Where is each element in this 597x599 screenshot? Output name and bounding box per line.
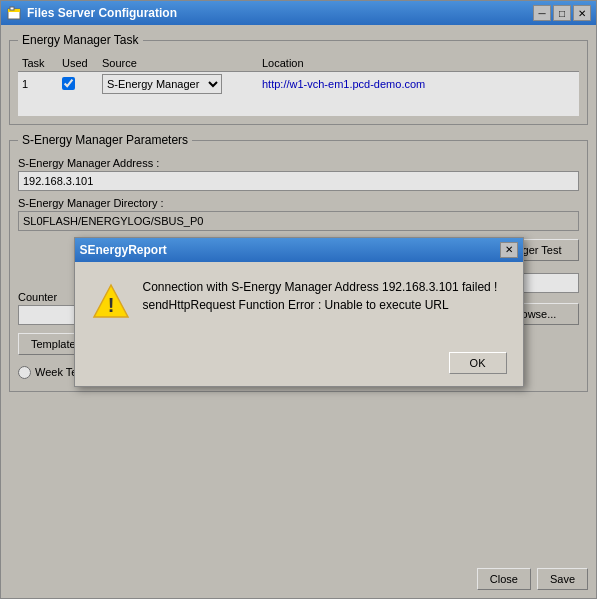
maximize-button[interactable]: □ xyxy=(553,5,571,21)
warning-icon: ! xyxy=(91,282,131,322)
svg-text:!: ! xyxy=(107,294,114,316)
dialog-message: Connection with S-Energy Manager Address… xyxy=(143,278,507,314)
dialog-ok-button[interactable]: OK xyxy=(449,352,507,374)
dialog-title: SEnergyReport xyxy=(80,243,500,257)
dialog-titlebar: SEnergyReport ✕ xyxy=(75,238,523,262)
window-body: Energy Manager Task Task Used Source Loc… xyxy=(1,25,596,598)
main-window: Files Server Configuration ─ □ ✕ Energy … xyxy=(0,0,597,599)
dialog-message-line2: sendHttpRequest Function Error : Unable … xyxy=(143,296,507,314)
window-title: Files Server Configuration xyxy=(27,6,533,20)
titlebar: Files Server Configuration ─ □ ✕ xyxy=(1,1,596,25)
window-icon xyxy=(6,5,22,21)
dialog-close-button[interactable]: ✕ xyxy=(500,242,518,258)
error-dialog: SEnergyReport ✕ ! Connection with S-Ener… xyxy=(74,237,524,387)
svg-rect-2 xyxy=(10,7,14,10)
titlebar-buttons: ─ □ ✕ xyxy=(533,5,591,21)
dialog-message-line1: Connection with S-Energy Manager Address… xyxy=(143,278,507,296)
close-window-button[interactable]: ✕ xyxy=(573,5,591,21)
dialog-overlay: SEnergyReport ✕ ! Connection with S-Ener… xyxy=(1,25,596,598)
dialog-footer: OK xyxy=(75,344,523,386)
minimize-button[interactable]: ─ xyxy=(533,5,551,21)
dialog-body: ! Connection with S-Energy Manager Addre… xyxy=(75,262,523,344)
